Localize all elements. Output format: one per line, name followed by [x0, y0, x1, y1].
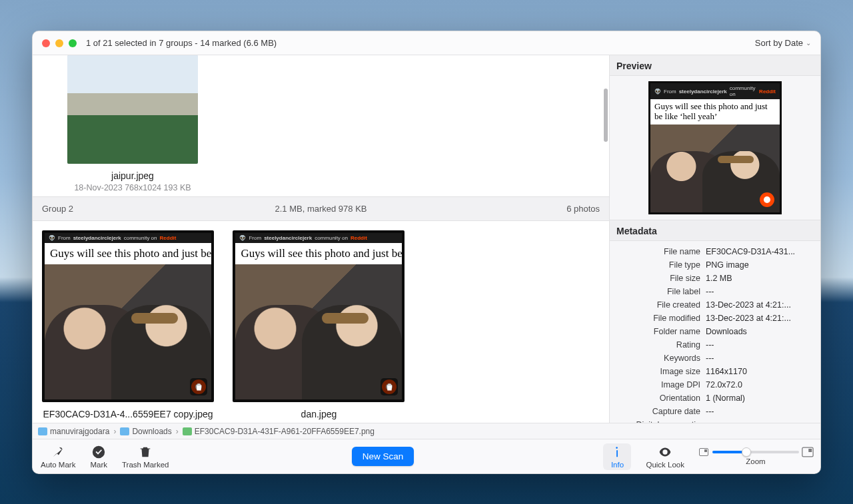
scrollbar-thumb[interactable] [604, 89, 608, 142]
breadcrumb-segment[interactable]: manuvirajgodara [50, 427, 109, 436]
toolbar: Auto Mark Mark Trash Marked New Scan Inf… [33, 439, 820, 473]
metadata-key: Keywords [612, 354, 706, 363]
mark-button[interactable]: Mark [90, 445, 107, 469]
thumbnail-scroll[interactable]: jaipur.jpeg 18-Nov-2023 768x1024 193 KB … [33, 55, 609, 423]
metadata-header: Metadata [610, 220, 820, 241]
metadata-row: File nameEF30CAC9-D31A-431... [612, 245, 814, 258]
metadata-row: File created13-Dec-2023 at 4:21:... [612, 298, 814, 312]
metadata-row: Image size1164x1170 [612, 365, 814, 378]
thumbnail-image: 👽 From steelydancirclejerk community on … [233, 230, 405, 402]
metadata-key: Capture date [612, 407, 706, 416]
meme-caption: Guys will see this photo and just be lik… [235, 243, 402, 264]
sort-by-dropdown[interactable]: Sort by Date ⌄ [755, 38, 811, 48]
app-window: 1 of 21 selected in 7 groups - 14 marked… [32, 31, 821, 474]
toolbar-label: Mark [90, 461, 107, 469]
toolbar-label: Quick Look [646, 461, 684, 469]
metadata-value: --- [706, 354, 814, 363]
meme-caption: Guys will see this photo and just be lik… [45, 243, 211, 264]
main-panel: jaipur.jpeg 18-Nov-2023 768x1024 193 KB … [33, 55, 610, 423]
thumbnail-meta: 20-Nov-2023 1164x1170 242 KB [233, 421, 405, 423]
chevron-right-icon: › [175, 427, 180, 436]
new-scan-button[interactable]: New Scan [352, 447, 415, 466]
thumbnail-item[interactable]: 👽 From steelydancirclejerk community on … [233, 230, 405, 423]
metadata-value: --- [706, 287, 814, 296]
trash-marked-button[interactable]: Trash Marked [122, 445, 169, 469]
titlebar: 1 of 21 selected in 7 groups - 14 marked… [33, 31, 820, 55]
minimize-icon[interactable] [55, 39, 63, 47]
breadcrumb-segment[interactable]: Downloads [132, 427, 171, 436]
maximize-icon[interactable] [69, 39, 77, 47]
metadata-key: File type [612, 260, 706, 270]
sort-label: Sort by Date [755, 38, 803, 48]
close-icon[interactable] [42, 39, 50, 47]
window-controls [42, 39, 77, 47]
info-button[interactable]: Info [603, 443, 631, 470]
group-count: 6 photos [566, 204, 600, 214]
metadata-row: Capture date--- [612, 405, 814, 418]
metadata-key: File name [612, 247, 706, 256]
metadata-value: --- [706, 340, 814, 350]
metadata-value: 1.2 MB [706, 274, 814, 283]
metadata-row: Orientation1 (Normal) [612, 391, 814, 405]
toolbar-label: Auto Mark [41, 461, 75, 469]
slider-knob[interactable] [742, 447, 751, 457]
metadata-key: Rating [612, 340, 706, 350]
preview-box: 👽 From steelydancirclejerk community on … [610, 76, 820, 220]
trash-button[interactable] [190, 378, 207, 395]
thumbnail-item[interactable]: 👽 From steelydancirclejerk community on … [42, 230, 214, 423]
thumbnail-image [67, 55, 198, 164]
thumbnail-filename: EF30CAC9-D31A-4...6559EE7 copy.jpeg [42, 409, 214, 419]
preview-image[interactable]: 👽 From steelydancirclejerk community on … [648, 81, 782, 214]
breadcrumb-segment[interactable]: EF30CAC9-D31A-431F-A961-20FFA6559EE7.png [195, 427, 375, 436]
meme-caption: Guys will see this photo and just be lik… [650, 99, 780, 125]
folder-icon [120, 427, 129, 435]
metadata-key: Image DPI [612, 380, 706, 389]
metadata-key: Folder name [612, 327, 706, 336]
metadata-row: File size1.2 MB [612, 272, 814, 285]
trash-button[interactable] [381, 378, 398, 395]
meme-source: 👽 From steelydancirclejerk community on … [45, 233, 211, 243]
thumbnail-filename: jaipur.jpeg [67, 170, 198, 181]
toolbar-label: Zoom [746, 457, 765, 465]
metadata-row: File modified13-Dec-2023 at 4:21:... [612, 312, 814, 325]
metadata-value: 13-Dec-2023 at 4:21:... [706, 314, 814, 323]
metadata-value: Downloads [706, 327, 814, 336]
thumbnail-item[interactable]: jaipur.jpeg 18-Nov-2023 768x1024 193 KB [67, 55, 198, 192]
breadcrumb: manuvirajgodara › Downloads › EF30CAC9-D… [33, 423, 820, 439]
metadata-row: Rating--- [612, 338, 814, 352]
chevron-right-icon: › [112, 427, 117, 436]
metadata-value: 1 (Normal) [706, 393, 814, 403]
metadata-key: Orientation [612, 393, 706, 403]
window-body: jaipur.jpeg 18-Nov-2023 768x1024 193 KB … [33, 55, 820, 423]
quick-look-button[interactable]: Quick Look [646, 445, 684, 469]
metadata-key: File size [612, 274, 706, 283]
group-header[interactable]: Group 2 2.1 MB, marked 978 KB 6 photos [33, 196, 609, 221]
metadata-key: File modified [612, 314, 706, 323]
metadata-key: File label [612, 287, 706, 296]
thumbnail-image: 👽 From steelydancirclejerk community on … [42, 230, 214, 402]
metadata-key: File created [612, 300, 706, 310]
zoom-slider[interactable] [699, 448, 812, 456]
metadata-key: Image size [612, 367, 706, 376]
toolbar-label: Info [611, 461, 624, 469]
group-size: 2.1 MB, marked 978 KB [275, 204, 367, 214]
metadata-row: Digital zoom ratio--- [612, 418, 814, 423]
image-icon [183, 427, 192, 435]
metadata-row: Image DPI72.0x72.0 [612, 378, 814, 391]
meme-source: 👽 From steelydancirclejerk community on … [650, 83, 780, 99]
metadata-value: 13-Dec-2023 at 4:21:... [706, 300, 814, 310]
metadata-value: 72.0x72.0 [706, 380, 814, 389]
toolbar-label: Trash Marked [122, 461, 169, 469]
thumbnail-filename: dan.jpeg [233, 409, 405, 419]
zoom-out-icon [699, 448, 708, 456]
metadata-row: Folder nameDownloads [612, 325, 814, 338]
thumbnail-meta: 20-Nov-2023 1164x1170 242 KB [42, 421, 214, 423]
metadata-row: Keywords--- [612, 352, 814, 365]
metadata-row: File typePNG image [612, 258, 814, 272]
chevron-down-icon: ⌄ [806, 39, 811, 47]
inspector-panel: Preview 👽 From steelydancirclejerk commu… [610, 55, 820, 423]
metadata-value: PNG image [706, 260, 814, 270]
folder-icon [38, 427, 47, 435]
metadata-row: File label--- [612, 285, 814, 298]
auto-mark-button[interactable]: Auto Mark [41, 445, 75, 469]
